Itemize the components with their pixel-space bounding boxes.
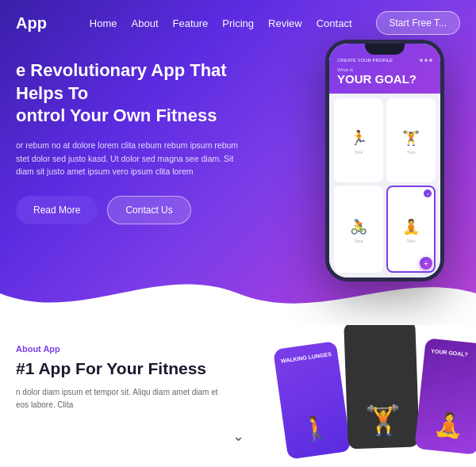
chevron-down-icon[interactable]: ⌄ — [232, 427, 244, 445]
hero-description: or rebum no at dolore lorem clita rebum … — [16, 139, 246, 178]
hero-title: e Revolutionary App That Helps Toontrol … — [16, 59, 270, 128]
hero-section: App Home About Feature Pricing Review Co… — [0, 0, 476, 325]
nav-links: Home About Feature Pricing Review Contac… — [90, 16, 352, 30]
screen-1-image: 🚶 — [281, 396, 351, 459]
app-screen-3: YOUR GOAL? 🧘 — [414, 338, 476, 455]
grid-label-3: Tone — [355, 239, 363, 243]
nav-review[interactable]: Review — [268, 17, 302, 29]
chevron-down-section: ⌄ — [232, 427, 244, 445]
hero-buttons: Read More Contact Us — [16, 196, 270, 224]
below-description: n dolor diam ipsum et tempor sit. Aliqu … — [16, 386, 222, 411]
phone-screen: CREATE YOUR PROFILE What is YOUR GOAL? 🏃… — [329, 44, 440, 278]
screen-3-label: YOUR GOAL? — [431, 348, 468, 358]
person-icon-3: 🧘 — [433, 408, 465, 439]
phone-dot-1 — [420, 59, 423, 62]
phone-frame: CREATE YOUR PROFILE What is YOUR GOAL? 🏃… — [325, 40, 444, 281]
grid-label-1: Tone — [355, 150, 363, 155]
nav-contact[interactable]: Contact — [317, 17, 352, 29]
nav-pricing[interactable]: Pricing — [222, 17, 254, 29]
about-label: About App — [16, 344, 254, 354]
phone-create-profile-label: CREATE YOUR PROFILE — [337, 58, 393, 63]
read-more-button[interactable]: Read More — [16, 196, 98, 224]
below-title: #1 App For Your Fitness — [16, 358, 254, 378]
person-icon-1: 🚶 — [300, 412, 333, 444]
person-icon-2: 🏋 — [364, 403, 401, 438]
phone-dots — [420, 59, 432, 62]
phone-grid-item-2: 🏋 Tone — [386, 98, 436, 182]
phone-dot-2 — [424, 59, 428, 62]
body-icon-2: 🏋 — [402, 129, 420, 147]
phone-header-top: CREATE YOUR PROFILE — [337, 58, 432, 63]
check-icon: ✓ — [424, 189, 432, 197]
app-screenshots: WALKING LUNGES 🚶 🏋 YOUR GOAL? 🧘 — [279, 321, 476, 448]
app-screen-1: WALKING LUNGES 🚶 — [273, 341, 351, 460]
contact-us-button[interactable]: Contact Us — [107, 196, 190, 224]
phone-goal-grid: 🏃 Tone 🏋 Tone 🚴 Tone ✓ 🧘 Tone — [329, 94, 440, 278]
screen-2-image: 🏋 — [346, 391, 419, 449]
screen-3-image: 🧘 — [414, 393, 476, 455]
body-icon-1: 🏃 — [350, 129, 367, 147]
phone-goal-title: YOUR GOAL? — [337, 72, 432, 86]
phone-dot-3 — [429, 59, 432, 62]
hero-content: e Revolutionary App That Helps Toontrol … — [16, 59, 270, 224]
grid-label-4: Tone — [407, 239, 416, 243]
phone-mockup: CREATE YOUR PROFILE What is YOUR GOAL? 🏃… — [325, 40, 452, 293]
nav-cta-button[interactable]: Start Free T... — [376, 11, 460, 35]
phone-grid-item-3: 🚴 Tone — [334, 186, 383, 273]
below-content: About App #1 App For Your Fitness n dolo… — [16, 344, 254, 411]
nav-logo: App — [16, 14, 47, 33]
phone-grid-item-1: 🏃 Tone — [334, 98, 383, 182]
phone-fab-button[interactable]: + — [420, 257, 432, 270]
screen-1-label: WALKING LUNGES — [281, 351, 332, 364]
nav-feature[interactable]: Feature — [173, 17, 209, 29]
nav-home[interactable]: Home — [90, 17, 117, 29]
app-screen-2: 🏋 — [344, 320, 420, 449]
body-icon-4: 🧘 — [402, 218, 420, 235]
grid-label-2: Tone — [407, 150, 416, 155]
navbar: App Home About Feature Pricing Review Co… — [0, 0, 476, 46]
body-icon-3: 🚴 — [350, 218, 367, 235]
nav-about[interactable]: About — [132, 17, 159, 29]
